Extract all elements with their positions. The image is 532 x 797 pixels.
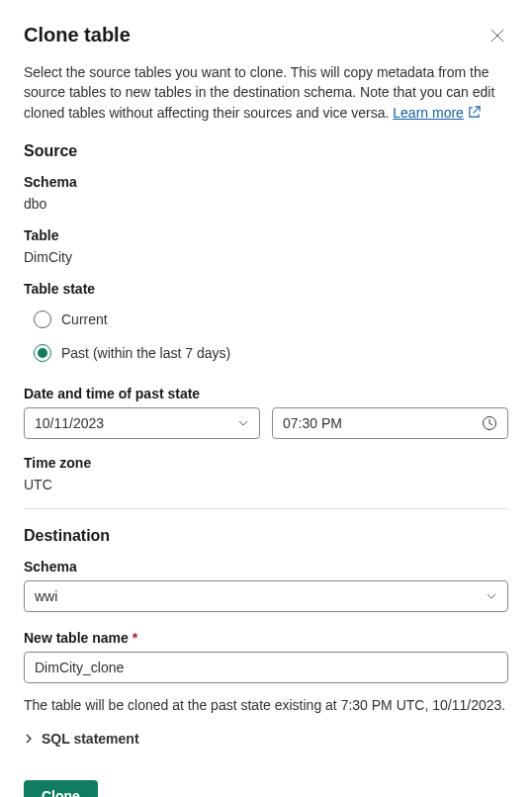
dialog-title: Clone table <box>24 24 131 46</box>
dest-schema-value: wwi <box>35 588 57 604</box>
required-asterisk: * <box>133 630 137 646</box>
clone-button[interactable]: Clone <box>24 780 98 797</box>
section-divider <box>24 508 508 509</box>
clock-icon <box>482 415 497 431</box>
source-table-label: Table <box>24 227 508 243</box>
table-state-label: Table state <box>24 281 508 297</box>
new-table-name-label: New table name * <box>24 630 508 646</box>
clone-summary: The table will be cloned at the past sta… <box>24 697 508 713</box>
destination-heading: Destination <box>24 527 508 545</box>
new-table-name-input[interactable]: DimCity_clone <box>24 652 508 683</box>
close-icon <box>490 29 504 43</box>
chevron-right-icon <box>24 734 34 744</box>
radio-circle-icon <box>34 310 51 328</box>
timezone-value: UTC <box>24 477 508 492</box>
time-picker[interactable]: 07:30 PM <box>272 407 508 439</box>
dest-schema-select[interactable]: wwi <box>24 580 508 612</box>
new-table-name-value: DimCity_clone <box>35 660 124 675</box>
date-picker[interactable]: 10/11/2023 <box>24 407 260 439</box>
radio-current-label: Current <box>61 311 108 327</box>
radio-current[interactable]: Current <box>24 303 508 336</box>
source-schema-label: Schema <box>24 174 508 190</box>
datetime-label: Date and time of past state <box>24 386 508 401</box>
date-value: 10/11/2023 <box>35 415 104 431</box>
radio-circle-selected-icon <box>34 344 51 362</box>
learn-more-link[interactable]: Learn more <box>393 103 481 123</box>
source-heading: Source <box>24 142 508 160</box>
radio-past-label: Past (within the last 7 days) <box>61 345 230 361</box>
sql-statement-expander[interactable]: SQL statement <box>24 727 508 751</box>
learn-more-text: Learn more <box>393 103 464 123</box>
external-link-icon <box>468 106 481 119</box>
source-table-value: DimCity <box>24 249 508 265</box>
time-value: 07:30 PM <box>283 415 342 431</box>
source-schema-value: dbo <box>24 196 508 212</box>
radio-past[interactable]: Past (within the last 7 days) <box>24 336 508 370</box>
chevron-down-icon <box>486 590 497 602</box>
dialog-description: Select the source tables you want to clo… <box>24 62 508 123</box>
timezone-label: Time zone <box>24 455 508 471</box>
sql-statement-label: SQL statement <box>42 731 139 747</box>
dest-schema-label: Schema <box>24 559 508 575</box>
new-table-name-text: New table name <box>24 630 129 646</box>
chevron-down-icon <box>237 417 249 429</box>
close-button[interactable] <box>487 25 508 46</box>
